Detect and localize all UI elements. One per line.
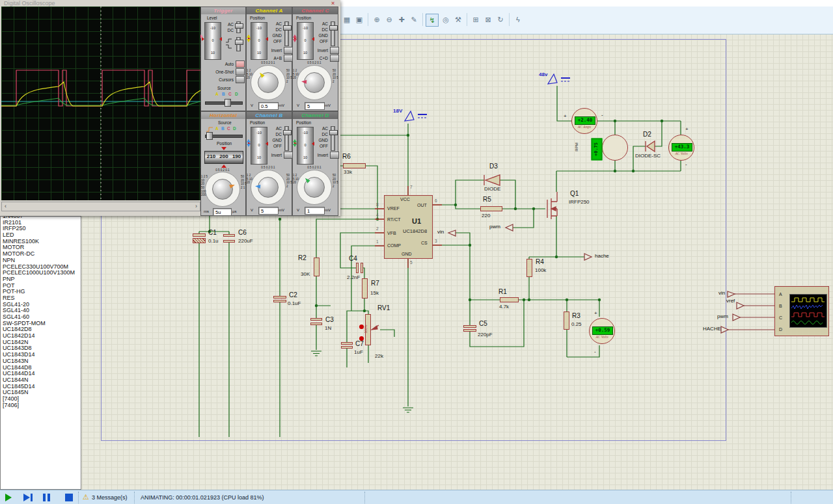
- source-a-label[interactable]: A: [215, 92, 219, 96]
- horizontal-source-a[interactable]: A: [215, 126, 219, 131]
- stop-button[interactable]: [65, 494, 73, 501]
- resistor-r4[interactable]: [526, 259, 532, 277]
- resistor-r2[interactable]: [314, 258, 320, 276]
- cap-c7-plate[interactable]: [341, 342, 353, 345]
- cap-c4-plate[interactable]: [356, 263, 359, 273]
- resistor-r3[interactable]: [564, 312, 569, 330]
- horizontal-source-slider-thumb[interactable]: [206, 132, 213, 140]
- horizontal-source-b[interactable]: B: [221, 126, 225, 131]
- channel-d-invert-button[interactable]: [330, 152, 339, 159]
- cap-c3-plate2[interactable]: [310, 323, 322, 325]
- step-button[interactable]: [23, 494, 30, 501]
- close-icon[interactable]: ×: [331, 0, 335, 7]
- channel-d-position-slider[interactable]: -10 0 10: [297, 127, 314, 165]
- play-button[interactable]: [5, 494, 12, 501]
- channel-b-invert-button[interactable]: [284, 152, 293, 159]
- cap-c5-plate[interactable]: [463, 325, 476, 328]
- rotate-icon[interactable]: ↻: [495, 14, 506, 25]
- oscilloscope-display[interactable]: [1, 7, 200, 200]
- diode-d2-symbol[interactable]: [646, 141, 655, 152]
- paper-icon[interactable]: ▣: [353, 14, 365, 25]
- cap-c2-plate2[interactable]: [273, 300, 286, 302]
- source-d-label[interactable]: D: [235, 92, 238, 96]
- power-label-48v[interactable]: 48v: [539, 72, 547, 77]
- channel-d-coupling-switch[interactable]: [331, 126, 335, 151]
- channel-b-value[interactable]: 5: [258, 207, 279, 215]
- power-flag-18v-icon[interactable]: [405, 111, 427, 121]
- channel-a-coupling-switch[interactable]: [284, 21, 289, 46]
- message-count[interactable]: 3 Message(s): [92, 494, 128, 501]
- horizontal-source-c[interactable]: C: [227, 126, 230, 131]
- channel-b-coupling-switch[interactable]: [284, 126, 289, 151]
- horizontal-position-display[interactable]: 210 200 190: [204, 151, 243, 164]
- channel-a-position-slider[interactable]: -10 0 10: [251, 22, 267, 60]
- trigger-source-slider[interactable]: [205, 101, 243, 105]
- source-b-label[interactable]: B: [222, 92, 225, 96]
- dc-motor[interactable]: [602, 135, 628, 161]
- scroll-right-icon[interactable]: ›: [195, 203, 197, 209]
- zoom-area-icon[interactable]: ✚: [396, 14, 407, 25]
- chip-u1[interactable]: VCC VREF RT/CT VFB COMP OUT CS GND U1 UC…: [384, 195, 433, 259]
- trigger-source-slider-thumb[interactable]: [225, 99, 231, 107]
- grid-icon[interactable]: ▦: [341, 14, 353, 25]
- channel-c-value[interactable]: 5: [305, 102, 325, 110]
- oscilloscope-block[interactable]: A B C D: [774, 286, 829, 336]
- cursors-button[interactable]: [236, 76, 245, 83]
- channel-c-coupling-switch[interactable]: [331, 21, 335, 46]
- horizontal-source-d[interactable]: D: [233, 126, 236, 131]
- delete-page-icon[interactable]: ⊠: [482, 14, 494, 25]
- rv1-increase-button[interactable]: [359, 325, 364, 329]
- resistor-r5[interactable]: [480, 206, 502, 211]
- resistor-r7[interactable]: [362, 278, 368, 298]
- display-scrollbar[interactable]: ‹ ›: [1, 202, 200, 211]
- new-page-icon[interactable]: ⊞: [470, 14, 482, 25]
- channel-b-position-slider[interactable]: -10 0 10: [251, 127, 267, 165]
- electrical-check-icon[interactable]: ϟ: [512, 14, 524, 25]
- channel-a-invert-button[interactable]: [284, 47, 293, 54]
- cap-c3-plate[interactable]: [310, 318, 322, 321]
- channel-b-knob[interactable]: [258, 177, 279, 198]
- power-flag-48v-icon[interactable]: [548, 74, 570, 84]
- parts-list[interactable]: 1N4007 IR2101 IRFP250 LED MINRES100K MOT…: [0, 216, 81, 490]
- channel-d-value[interactable]: 1: [305, 207, 325, 215]
- power-label-18v[interactable]: 18V: [393, 108, 402, 114]
- zoom-out-icon[interactable]: ⊖: [383, 14, 395, 25]
- cap-c6-plate[interactable]: [223, 234, 235, 237]
- auto-button[interactable]: [236, 60, 245, 68]
- diode-d3-symbol[interactable]: [484, 175, 500, 185]
- find-component-icon[interactable]: ◎: [440, 14, 452, 25]
- source-c-label[interactable]: C: [228, 92, 232, 96]
- one-shot-button[interactable]: [236, 68, 245, 75]
- rv1-decrease-button[interactable]: [359, 336, 364, 341]
- timebase-value[interactable]: 5u: [213, 208, 232, 216]
- terminal-arrows[interactable]: [448, 224, 744, 333]
- timebase-knob[interactable]: [212, 179, 233, 200]
- pause-button[interactable]: [43, 494, 46, 501]
- trigger-edge-switch[interactable]: [236, 37, 241, 51]
- channel-c-position-slider[interactable]: -10 0 10: [297, 22, 314, 60]
- cap-c1-plate2[interactable]: [193, 238, 206, 243]
- trigger-level-slider[interactable]: -10 0 10: [204, 22, 221, 60]
- scroll-left-icon[interactable]: ‹: [5, 203, 7, 209]
- tools-icon[interactable]: ⚒: [452, 14, 464, 25]
- pause-button-bar2[interactable]: [48, 494, 50, 501]
- cap-c7-plate2[interactable]: [341, 346, 353, 349]
- cap-c2-plate[interactable]: [273, 296, 286, 298]
- cap-c5-plate2[interactable]: [463, 329, 476, 332]
- component-mode-icon[interactable]: ↯: [426, 14, 439, 27]
- trigger-coupling-switch[interactable]: [236, 21, 241, 33]
- channel-c-knob[interactable]: [304, 72, 325, 93]
- mosfet-q1-symbol[interactable]: [547, 192, 557, 219]
- channel-a-value[interactable]: 0.5: [258, 102, 279, 110]
- oscilloscope-window[interactable]: Digital Oscilloscope × ‹ › Trigger Level…: [0, 0, 340, 216]
- cap-c6-plate2[interactable]: [223, 240, 235, 243]
- parts-item[interactable]: [7406]: [1, 403, 81, 409]
- zoom-in-icon[interactable]: ⊕: [371, 14, 383, 25]
- step-button-bar[interactable]: [31, 494, 33, 501]
- resistor-r1[interactable]: [500, 297, 519, 302]
- cap-c4-plate2[interactable]: [361, 263, 363, 273]
- edit-mode-icon[interactable]: ✎: [408, 14, 420, 25]
- channel-c-invert-button[interactable]: [330, 47, 339, 54]
- resistor-r6[interactable]: [343, 163, 366, 168]
- cap-c1-plate[interactable]: [193, 233, 206, 237]
